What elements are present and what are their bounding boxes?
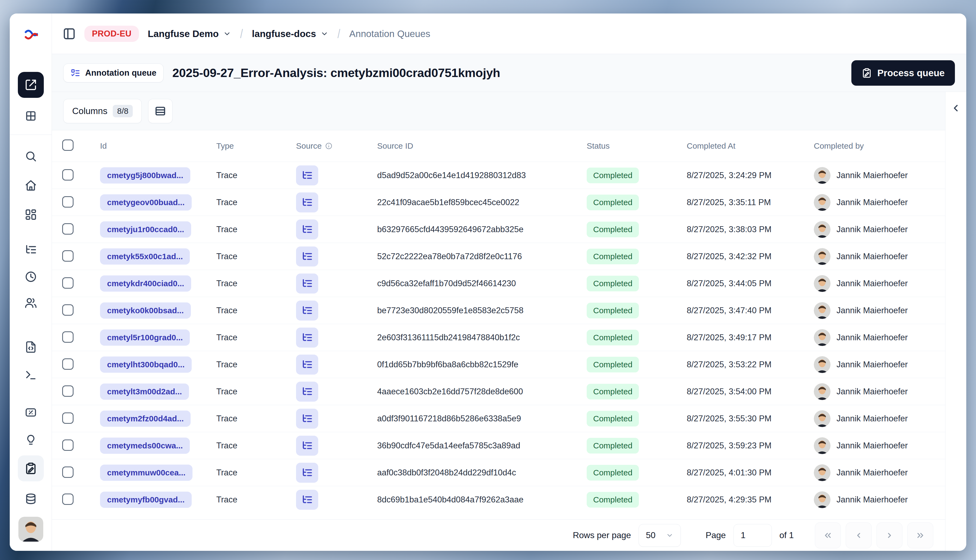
source-trace-button[interactable] xyxy=(296,490,318,510)
list-tree-icon xyxy=(302,278,313,289)
table-row[interactable]: cmetygeov00buad...Trace22c41f09acae5b1ef… xyxy=(52,188,945,216)
chevron-down-icon xyxy=(666,532,674,539)
row-id-badge[interactable]: cmetylt3m00d2ad... xyxy=(100,383,189,400)
row-checkbox[interactable] xyxy=(62,385,73,397)
langfuse-logo[interactable] xyxy=(10,13,52,56)
source-trace-button[interactable] xyxy=(296,247,318,267)
column-header-id[interactable]: Id xyxy=(92,142,209,150)
page-number-input[interactable]: 1 xyxy=(734,524,772,547)
column-header-completed-at[interactable]: Completed At xyxy=(679,142,806,150)
completed-by-avatar xyxy=(814,221,831,238)
table-row[interactable]: cmetyk55x00c1ad...Trace52c72c2222ea78e0b… xyxy=(52,243,945,270)
row-type: Trace xyxy=(209,170,289,180)
list-tree-icon xyxy=(302,386,313,397)
completed-by-avatar xyxy=(814,383,831,400)
lightbulb-icon[interactable] xyxy=(25,434,37,446)
row-id-badge[interactable]: cmetykdr400ciad0... xyxy=(100,275,191,292)
process-queue-button[interactable]: Process queue xyxy=(851,60,955,86)
status-badge: Completed xyxy=(587,276,639,292)
row-id-badge[interactable]: cmetyl5r100grad0... xyxy=(100,330,190,346)
row-checkbox[interactable] xyxy=(62,277,73,288)
column-header-source[interactable]: Source xyxy=(289,142,370,150)
column-header-completed-by[interactable]: Completed by xyxy=(806,142,945,150)
column-header-source-id[interactable]: Source ID xyxy=(370,142,579,150)
user-avatar[interactable] xyxy=(18,517,43,542)
collapse-panel-button[interactable] xyxy=(951,103,961,115)
row-id-badge[interactable]: cmetyko0k00bsad... xyxy=(100,302,191,318)
table-row[interactable]: cmetymmuw00cea...Traceaaf0c38db0f3f2048b… xyxy=(52,459,945,486)
row-id-badge[interactable]: cmetymyfb00gvad... xyxy=(100,492,192,508)
column-header-status[interactable]: Status xyxy=(579,142,679,150)
source-trace-button[interactable] xyxy=(296,328,318,348)
row-checkbox[interactable] xyxy=(62,467,73,478)
home-icon[interactable] xyxy=(25,179,37,192)
source-trace-button[interactable] xyxy=(296,220,318,240)
table-row[interactable]: cmetykdr400ciad0...Tracec9d56ca32efaff1b… xyxy=(52,270,945,297)
source-trace-button[interactable] xyxy=(296,382,318,402)
next-page-button[interactable] xyxy=(876,522,903,548)
panel-left-toggle-icon[interactable] xyxy=(63,27,76,40)
row-checkbox[interactable] xyxy=(62,223,73,235)
source-trace-button[interactable] xyxy=(296,463,318,483)
prompts-file-code-icon[interactable] xyxy=(25,341,37,353)
row-id-badge[interactable]: cmetygeov00buad... xyxy=(100,194,192,210)
table-row[interactable]: cmetylt3m00d2ad...Trace4aaece1603cb2e16d… xyxy=(52,378,945,405)
breadcrumb-project[interactable]: langfuse-docs xyxy=(252,28,329,39)
annotation-queues-active-item[interactable] xyxy=(18,455,44,482)
row-id-badge[interactable]: cmetymeds00cwa... xyxy=(100,438,190,454)
rows-per-page-select[interactable]: 50 xyxy=(639,524,681,547)
source-trace-button[interactable] xyxy=(296,165,318,185)
row-checkbox[interactable] xyxy=(62,169,73,180)
column-header-type[interactable]: Type xyxy=(209,142,289,150)
row-id-badge[interactable]: cmetym2fz00d4ad... xyxy=(100,410,190,427)
table-row[interactable]: cmetylht300bqad0...Trace0f1dd65b7bb9bf6b… xyxy=(52,351,945,378)
status-badge: Completed xyxy=(587,195,639,210)
row-id-badge[interactable]: cmetyju1r00ccad0... xyxy=(100,222,191,238)
select-all-checkbox[interactable] xyxy=(62,140,73,151)
last-page-button[interactable] xyxy=(907,522,933,548)
row-completed-at: 8/27/2025, 4:01:30 PM xyxy=(679,468,806,478)
row-checkbox[interactable] xyxy=(62,250,73,262)
source-trace-button[interactable] xyxy=(296,192,318,212)
table-row[interactable]: cmetyju1r00ccad0...Traceb63297665cfd4439… xyxy=(52,216,945,243)
table-row[interactable]: cmetyg5j800bwad...Traced5ad9d52a00c6e14e… xyxy=(52,162,945,188)
table-row[interactable]: cmetyko0k00bsad...Tracebe7723e30d8020559… xyxy=(52,297,945,324)
table-row[interactable]: cmetyl5r100grad0...Trace2e603f31361115db… xyxy=(52,324,945,351)
open-current-item-button[interactable] xyxy=(18,72,44,98)
row-height-button[interactable] xyxy=(148,99,172,123)
row-id-badge[interactable]: cmetymmuw00cea... xyxy=(100,465,192,481)
playground-terminal-icon[interactable] xyxy=(25,369,37,382)
previous-page-button[interactable] xyxy=(846,522,872,548)
source-trace-button[interactable] xyxy=(296,408,318,428)
row-checkbox[interactable] xyxy=(62,493,73,505)
columns-button[interactable]: Columns 8/8 xyxy=(63,99,142,123)
row-checkbox[interactable] xyxy=(62,412,73,424)
row-checkbox[interactable] xyxy=(62,358,73,370)
row-id-badge[interactable]: cmetyk55x00c1ad... xyxy=(100,248,190,265)
row-checkbox[interactable] xyxy=(62,196,73,208)
row-completed-at: 8/27/2025, 3:35:11 PM xyxy=(679,198,806,207)
users-icon[interactable] xyxy=(25,297,37,309)
dashboard-icon[interactable] xyxy=(25,208,37,221)
first-page-button[interactable] xyxy=(815,522,841,548)
breadcrumb-org[interactable]: Langfuse Demo xyxy=(148,28,231,39)
source-trace-button[interactable] xyxy=(296,273,318,293)
sessions-clock-icon[interactable] xyxy=(25,270,37,283)
row-checkbox[interactable] xyxy=(62,304,73,316)
row-checkbox[interactable] xyxy=(62,440,73,451)
evaluation-badge-percent-icon[interactable] xyxy=(25,406,37,418)
table-row[interactable]: cmetymeds00cwa...Trace36b90cdfc47e5da14e… xyxy=(52,432,945,459)
row-completed-at: 8/27/2025, 3:53:22 PM xyxy=(679,360,806,370)
row-id-badge[interactable]: cmetylht300bqad0... xyxy=(100,357,192,373)
table-grid-icon[interactable] xyxy=(25,110,37,122)
source-trace-button[interactable] xyxy=(296,355,318,375)
search-icon[interactable] xyxy=(25,150,37,162)
source-trace-button[interactable] xyxy=(296,300,318,320)
table-row[interactable]: cmetymyfb00gvad...Trace8dc69b1ba1e540b4d… xyxy=(52,486,945,513)
table-row[interactable]: cmetym2fz00d4ad...Tracea0df3f901167218d8… xyxy=(52,405,945,432)
source-trace-button[interactable] xyxy=(296,436,318,456)
datasets-database-icon[interactable] xyxy=(25,493,37,505)
traces-list-tree-icon[interactable] xyxy=(25,243,37,256)
row-id-badge[interactable]: cmetyg5j800bwad... xyxy=(100,167,190,183)
row-checkbox[interactable] xyxy=(62,332,73,343)
